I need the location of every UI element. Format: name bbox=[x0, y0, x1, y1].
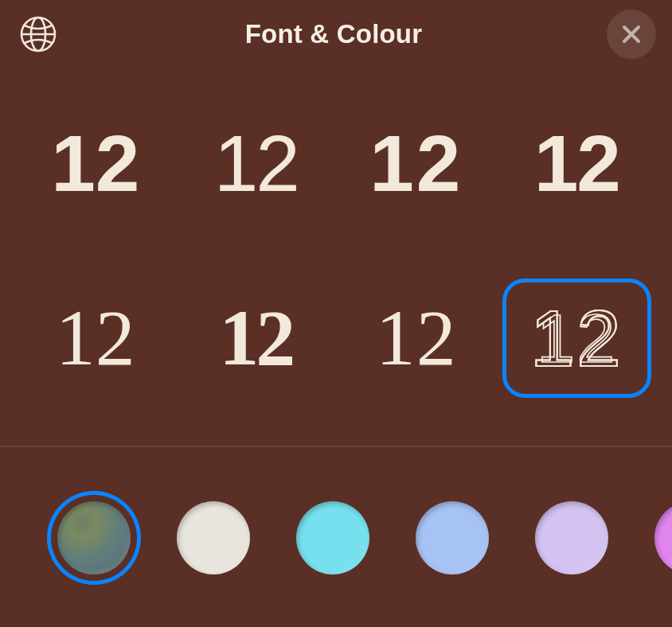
font-option-6[interactable]: 12 bbox=[182, 278, 331, 398]
color-swatch bbox=[416, 501, 489, 574]
font-sample: 12 bbox=[56, 298, 135, 378]
font-sample: 12 bbox=[219, 298, 292, 378]
font-option-1[interactable]: 12 bbox=[21, 103, 170, 223]
panel-title: Font & Colour bbox=[245, 19, 423, 49]
font-sample: 12 bbox=[214, 123, 298, 203]
color-swatch bbox=[296, 501, 369, 574]
header: Font & Colour bbox=[0, 0, 672, 64]
close-button[interactable] bbox=[607, 10, 656, 59]
font-sample: 12 bbox=[530, 298, 623, 378]
color-option-white[interactable] bbox=[170, 495, 256, 581]
font-option-2[interactable]: 12 bbox=[182, 103, 331, 223]
color-swatch bbox=[177, 501, 250, 574]
font-option-4[interactable]: 12 bbox=[502, 103, 652, 223]
color-swatch bbox=[57, 501, 131, 574]
language-button[interactable] bbox=[16, 12, 61, 56]
color-option-dynamic[interactable] bbox=[51, 495, 137, 581]
color-option-cyan[interactable] bbox=[290, 495, 376, 581]
color-row bbox=[0, 447, 672, 613]
globe-icon bbox=[18, 14, 58, 54]
font-sample: 12 bbox=[51, 123, 139, 203]
color-option-magenta[interactable] bbox=[648, 495, 672, 581]
font-sample: 12 bbox=[376, 298, 457, 378]
font-sample: 12 bbox=[534, 123, 619, 203]
font-sample: 12 bbox=[369, 123, 463, 203]
font-option-3[interactable]: 12 bbox=[342, 103, 491, 223]
font-option-5[interactable]: 12 bbox=[21, 278, 170, 398]
color-option-lilac[interactable] bbox=[529, 495, 615, 581]
color-swatch bbox=[654, 501, 672, 574]
color-option-blue[interactable] bbox=[409, 495, 495, 581]
close-icon bbox=[620, 23, 643, 45]
font-option-7[interactable]: 12 bbox=[342, 278, 491, 398]
font-option-8[interactable]: 12 bbox=[502, 278, 652, 398]
font-grid: 12 12 12 12 12 12 12 12 bbox=[0, 64, 672, 446]
color-swatch bbox=[535, 501, 608, 574]
